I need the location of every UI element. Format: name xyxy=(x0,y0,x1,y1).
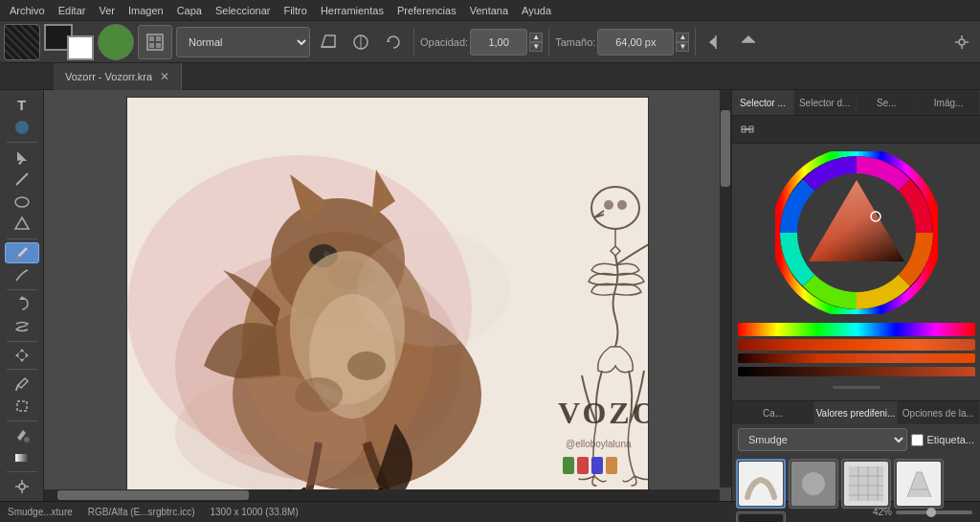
preset-tabs: Ca... Valores predifeni... Opciones de l… xyxy=(732,401,980,424)
straight-line-tool[interactable] xyxy=(5,264,39,286)
dimensions-status: 1300 x 1000 (33.8M) xyxy=(211,507,299,517)
polygon-tool[interactable] xyxy=(5,214,39,236)
saturation-bar[interactable] xyxy=(738,353,975,363)
svg-point-66 xyxy=(802,472,825,495)
svg-rect-28 xyxy=(15,454,29,462)
panel-tab-imag[interactable]: Imág... xyxy=(918,90,980,115)
preset-tab-ca[interactable]: Ca... xyxy=(732,401,814,424)
menu-seleccionar[interactable]: Seleccionar xyxy=(210,3,276,18)
color-wheel-container[interactable] xyxy=(775,151,938,314)
menu-herramientas[interactable]: Herramientas xyxy=(315,3,390,18)
color-selector[interactable] xyxy=(44,24,94,60)
tab-close-button[interactable]: ✕ xyxy=(160,70,169,83)
ellipse-tool[interactable] xyxy=(5,191,39,213)
panel-settings-button[interactable] xyxy=(738,120,757,139)
pattern-button[interactable] xyxy=(4,24,40,60)
blend-mode-select[interactable]: Normal xyxy=(176,27,310,57)
mode-indicator[interactable] xyxy=(138,25,172,59)
erase-button[interactable] xyxy=(314,28,343,57)
label-checkbox: Etiqueta... xyxy=(911,434,974,446)
svg-point-14 xyxy=(959,39,965,45)
menu-ver[interactable]: Ver xyxy=(93,3,121,18)
hue-bar[interactable] xyxy=(738,323,975,336)
menu-editar[interactable]: Editar xyxy=(53,3,92,18)
zoom-value: 42% xyxy=(873,507,892,517)
brush-preset-1[interactable] xyxy=(736,459,786,509)
crop-tool[interactable] xyxy=(5,396,39,418)
brush-preset-4[interactable] xyxy=(894,459,944,509)
vertical-scrollbar-thumb[interactable] xyxy=(721,110,730,187)
zoom-control[interactable]: 42% xyxy=(873,507,972,517)
size-down[interactable]: ▼ xyxy=(676,42,689,52)
panel-tab-se[interactable]: Se... xyxy=(857,90,919,115)
panel-tab-selector[interactable]: Selector ... xyxy=(732,90,794,115)
warp-tool[interactable] xyxy=(5,316,39,338)
refresh-button[interactable] xyxy=(379,28,408,57)
value-bar[interactable] xyxy=(738,367,975,376)
label-checkbox-input[interactable] xyxy=(911,434,924,446)
zoom-slider-thumb[interactable] xyxy=(926,508,936,517)
move-tool[interactable] xyxy=(5,345,39,367)
canvas-area[interactable]: VOZORR @elloboylaluna xyxy=(44,90,731,501)
preset-tab-values[interactable]: Valores predifeni... xyxy=(814,401,897,424)
fill-tool[interactable] xyxy=(5,424,39,446)
right-panel: Selector ... Selector d... Se... Imág... xyxy=(731,90,980,501)
opacity-down[interactable]: ▼ xyxy=(529,42,543,52)
svg-rect-1 xyxy=(149,36,154,41)
size-input[interactable]: 64,00 px xyxy=(597,29,674,56)
svg-point-21 xyxy=(15,197,29,207)
mirror-v-button[interactable] xyxy=(734,28,763,57)
document-tab[interactable]: Vozorr - Vozorr.kra ✕ xyxy=(54,63,182,90)
menu-preferencias[interactable]: Preferencias xyxy=(391,3,462,18)
brush-preset-3[interactable] xyxy=(841,459,891,509)
mirror-h-button[interactable] xyxy=(702,28,730,57)
opacity-input[interactable]: 1,00 xyxy=(470,29,527,56)
background-color[interactable] xyxy=(67,35,94,60)
main-area: T xyxy=(0,90,980,501)
menu-filtro[interactable]: Filtro xyxy=(278,3,312,18)
preset-tab-options[interactable]: Opciones de la... xyxy=(898,401,980,424)
brush-preset-2[interactable] xyxy=(789,459,838,509)
color-indicator-bar xyxy=(738,339,975,351)
menu-capa[interactable]: Capa xyxy=(171,3,208,18)
gradient-tool[interactable] xyxy=(5,447,39,469)
zoom-slider[interactable] xyxy=(896,511,972,514)
line-tool[interactable] xyxy=(5,168,39,190)
text-tool[interactable]: T xyxy=(5,94,39,116)
menu-ayuda[interactable]: Ayuda xyxy=(516,3,557,18)
brush-tool[interactable] xyxy=(5,242,39,264)
horizontal-scrollbar[interactable] xyxy=(44,489,720,501)
menu-ventana[interactable]: Ventana xyxy=(464,3,514,18)
horizontal-scrollbar-thumb[interactable] xyxy=(57,490,249,500)
menu-imagen[interactable]: Imagen xyxy=(122,3,169,18)
alpha-button[interactable] xyxy=(346,28,375,57)
brush-preset-5[interactable] xyxy=(736,511,786,522)
svg-rect-51 xyxy=(577,457,589,474)
preset-button[interactable] xyxy=(98,24,134,60)
artwork-canvas[interactable]: VOZORR @elloboylaluna xyxy=(126,97,649,495)
menu-archivo[interactable]: Archivo xyxy=(4,3,51,18)
settings-button[interactable] xyxy=(947,28,976,57)
label-checkbox-text: Etiqueta... xyxy=(926,434,974,445)
panel-tabs: Selector ... Selector d... Se... Imág... xyxy=(732,90,980,116)
svg-text:@elloboylaluna: @elloboylaluna xyxy=(566,439,632,449)
menubar: Archivo Editar Ver Imagen Capa Seleccion… xyxy=(0,0,980,21)
opacity-arrows[interactable]: ▲ ▼ xyxy=(529,33,543,52)
svg-point-27 xyxy=(24,437,30,443)
svg-point-29 xyxy=(19,484,25,489)
pan-tool[interactable] xyxy=(5,475,39,497)
size-up[interactable]: ▲ xyxy=(676,33,689,42)
panel-tab-selector-d[interactable]: Selector d... xyxy=(794,90,857,115)
svg-point-23 xyxy=(16,256,20,260)
tabbar: Vozorr - Vozorr.kra ✕ xyxy=(0,63,980,90)
size-arrows[interactable]: ▲ ▼ xyxy=(676,33,689,52)
rotate-tool[interactable] xyxy=(5,293,39,315)
brush-type-select[interactable]: Smudge xyxy=(738,428,907,451)
freehand-select-tool[interactable] xyxy=(5,145,39,167)
eyedropper-tool[interactable] xyxy=(5,373,39,395)
toolbar: Normal Opacidad: 1,00 ▲ ▼ Tamaño: 64,00 … xyxy=(0,21,980,63)
svg-rect-2 xyxy=(156,36,161,41)
svg-point-43 xyxy=(347,352,386,380)
opacity-up[interactable]: ▲ xyxy=(529,33,543,42)
vertical-scrollbar[interactable] xyxy=(720,90,731,488)
